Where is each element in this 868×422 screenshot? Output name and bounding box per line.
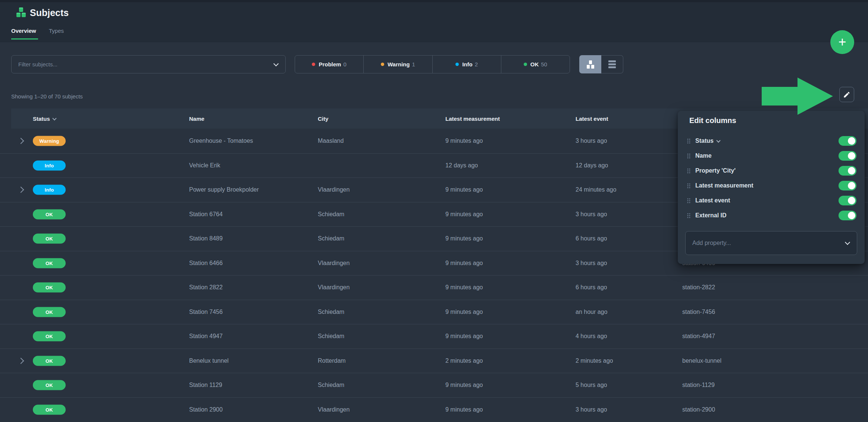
results-summary: Showing 1–20 of 70 subjects	[11, 93, 83, 100]
status-badge: OK	[33, 209, 66, 219]
drag-handle-icon[interactable]	[687, 198, 690, 204]
header-name[interactable]: Name	[189, 116, 204, 122]
edit-columns-item: Latest event	[687, 193, 856, 208]
warning-dot-icon	[381, 63, 384, 66]
column-toggle[interactable]	[839, 211, 856, 220]
cell-name: Station 6466	[189, 260, 223, 267]
edit-columns-items: Status Name Property 'City'	[687, 133, 856, 223]
status-badge: OK	[33, 307, 66, 317]
cell-name: Station 4947	[189, 333, 223, 340]
cell-external-id: station-7456	[682, 309, 715, 315]
cell-city: Rotterdam	[318, 358, 346, 364]
subject-filter-input[interactable]: Filter subjects...	[11, 55, 286, 73]
add-subject-button[interactable]: +	[830, 30, 854, 54]
cell-city: Maasland	[318, 138, 344, 144]
cell-latest-measurement: 2 minutes ago	[445, 358, 483, 364]
drag-handle-icon[interactable]	[687, 138, 690, 144]
header-city[interactable]: City	[318, 116, 328, 122]
table-row[interactable]: OK Station 4947 Schiedam 9 minutes ago 4…	[0, 324, 868, 349]
plus-icon: +	[838, 34, 846, 50]
status-filter-info[interactable]: Info 2	[432, 56, 501, 73]
cell-latest-measurement: 9 minutes ago	[445, 186, 483, 193]
column-label: Latest measurement	[695, 182, 753, 189]
tab-overview[interactable]: Overview	[11, 28, 36, 34]
cell-latest-event: an hour ago	[576, 309, 607, 315]
add-property-select[interactable]: Add property...	[685, 231, 857, 255]
table-row[interactable]: OK Station 7456 Schiedam 9 minutes ago a…	[0, 300, 868, 324]
subjects-boxes-icon	[16, 7, 26, 18]
status-filter-warning[interactable]: Warning 1	[363, 56, 432, 73]
cell-name: Vehicle Erik	[189, 162, 220, 169]
status-badge: OK	[33, 283, 66, 293]
tree-view-icon	[587, 60, 594, 69]
app-root: Subjects Overview Types + Filter subject…	[0, 0, 868, 422]
edit-columns-item: Property 'City'	[687, 163, 856, 178]
header-latest-event[interactable]: Latest event	[576, 116, 608, 122]
status-badge: OK	[33, 356, 66, 366]
chevron-right-icon[interactable]	[18, 187, 24, 193]
cell-name: Station 1129	[189, 382, 222, 388]
cell-latest-measurement: 12 days ago	[445, 162, 478, 169]
drag-handle-icon[interactable]	[687, 183, 690, 189]
cell-city: Schiedam	[318, 382, 344, 388]
status-badge: Info	[33, 160, 66, 170]
edit-columns-button[interactable]	[839, 87, 854, 102]
cell-external-id: station-1129	[682, 382, 715, 388]
cell-external-id: station-2900	[682, 406, 715, 413]
chevron-right-icon[interactable]	[18, 358, 24, 364]
problem-dot-icon	[312, 63, 315, 66]
status-badge: OK	[33, 380, 66, 390]
column-label: Status	[695, 138, 714, 144]
column-toggle[interactable]	[839, 136, 856, 146]
list-view-button[interactable]	[601, 55, 623, 73]
status-filter-problem[interactable]: Problem 0	[295, 56, 363, 73]
window-top-strip	[0, 0, 868, 2]
filter-placeholder: Filter subjects...	[18, 61, 274, 67]
header-status[interactable]: Status	[33, 116, 56, 122]
sort-chevron-down-icon	[52, 116, 56, 120]
chevron-down-icon	[273, 61, 279, 66]
edit-columns-item: Latest measurement	[687, 178, 856, 193]
column-toggle[interactable]	[839, 166, 856, 176]
status-filter-ok[interactable]: OK 50	[501, 56, 570, 73]
cell-latest-event: 24 minutes ago	[576, 186, 616, 193]
table-row[interactable]: OK Benelux tunnel Rotterdam 2 minutes ag…	[0, 349, 868, 373]
chevron-right-icon[interactable]	[18, 138, 24, 144]
cell-city: Schiedam	[318, 211, 344, 218]
cell-name: Benelux tunnel	[189, 358, 229, 364]
drag-handle-icon[interactable]	[687, 168, 690, 174]
cell-city: Vlaardingen	[318, 406, 350, 413]
edit-columns-item: External ID	[687, 208, 856, 223]
page-title: Subjects	[30, 7, 69, 18]
header-latest-measurement[interactable]: Latest measurement	[445, 116, 500, 122]
cell-name: Station 2900	[189, 406, 223, 413]
cell-city: Vlaardingen	[318, 284, 350, 291]
column-toggle[interactable]	[839, 181, 856, 190]
cell-latest-measurement: 9 minutes ago	[445, 235, 483, 242]
column-toggle[interactable]	[839, 196, 856, 205]
cell-city: Vlaardingen	[318, 186, 350, 193]
cell-city: Schiedam	[318, 235, 344, 242]
status-badge: OK	[33, 331, 66, 341]
status-badge: OK	[33, 404, 66, 415]
cell-name: Station 6764	[189, 211, 223, 218]
drag-handle-icon[interactable]	[687, 153, 690, 159]
cell-latest-measurement: 9 minutes ago	[445, 309, 483, 315]
view-toggle	[579, 55, 623, 73]
tab-types[interactable]: Types	[49, 28, 64, 34]
column-toggle[interactable]	[839, 151, 856, 161]
cell-name: Station 2822	[189, 284, 223, 291]
status-badge: OK	[33, 258, 66, 268]
cell-latest-event: 6 hours ago	[576, 284, 607, 291]
cell-name: Station 8489	[189, 235, 223, 242]
cell-latest-measurement: 9 minutes ago	[445, 333, 483, 340]
table-row[interactable]: OK Station 1129 Schiedam 9 minutes ago 5…	[0, 373, 868, 397]
panel-title: Edit columns	[689, 116, 736, 125]
table-row[interactable]: OK Station 2900 Vlaardingen 9 minutes ag…	[0, 397, 868, 422]
cell-latest-measurement: 9 minutes ago	[445, 382, 483, 388]
cell-latest-event: 3 hours ago	[576, 260, 607, 267]
column-label: Latest event	[695, 197, 730, 204]
tree-view-button[interactable]	[579, 55, 601, 73]
table-row[interactable]: OK Station 2822 Vlaardingen 9 minutes ag…	[0, 275, 868, 300]
drag-handle-icon[interactable]	[687, 213, 690, 218]
